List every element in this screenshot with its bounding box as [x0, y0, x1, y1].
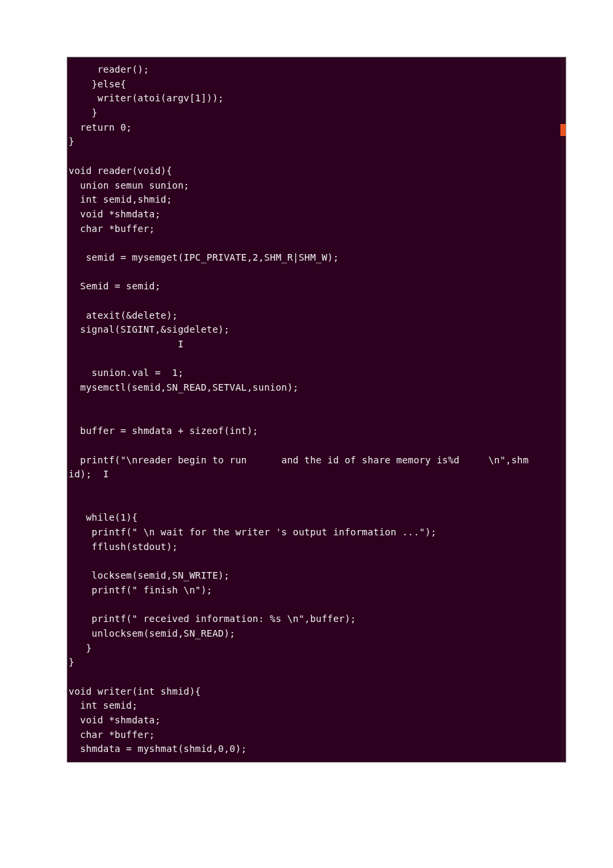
code-line: }: [69, 107, 97, 118]
code-line: int semid;: [69, 700, 138, 711]
code-line: }: [69, 657, 75, 667]
code-line: }else{: [69, 79, 126, 89]
code-line: reader();: [69, 64, 149, 75]
code-line: char *buffer;: [69, 729, 155, 740]
code-line: sunion.val = 1;: [69, 367, 184, 378]
code-line: mysemctl(semid,SN_READ,SETVAL,sunion);: [69, 382, 299, 393]
code-line: void writer(int shmid){: [69, 686, 201, 697]
code-line: atexit(&delete);: [69, 310, 178, 321]
code-line: char *buffer;: [69, 223, 155, 234]
code-line: void *shmdata;: [69, 715, 161, 725]
code-editor-content[interactable]: reader(); }else{ writer(atoi(argv[1])); …: [67, 57, 566, 762]
code-line: printf("\nreader begin to run and the id…: [69, 455, 528, 465]
code-line: void *shmdata;: [69, 209, 161, 219]
scrollbar-track[interactable]: [560, 57, 566, 762]
code-line: void reader(void){: [69, 165, 172, 176]
code-line: return 0;: [69, 122, 132, 133]
scrollbar-thumb[interactable]: [560, 124, 566, 136]
code-line: printf(" received information: %s \n",bu…: [69, 613, 356, 624]
code-line: Semid = semid;: [69, 281, 161, 291]
code-line: shmdata = myshmat(shmid,0,0);: [69, 743, 247, 754]
code-line: union semun sunion;: [69, 180, 189, 191]
code-line: unlocksem(semid,SN_READ);: [69, 628, 235, 639]
code-line: locksem(semid,SN_WRITE);: [69, 570, 230, 581]
code-line: buffer = shmdata + sizeof(int);: [69, 425, 259, 436]
code-line: int semid,shmid;: [69, 194, 172, 205]
code-line: fflush(stdout);: [69, 541, 178, 552]
code-line: printf(" \n wait for the writer 's outpu…: [69, 527, 436, 537]
code-line: printf(" finish \n");: [69, 585, 213, 595]
code-line: semid = mysemget(IPC_PRIVATE,2,SHM_R|SHM…: [69, 252, 339, 263]
code-line: writer(atoi(argv[1]));: [69, 93, 224, 103]
terminal-window: reader(); }else{ writer(atoi(argv[1])); …: [67, 57, 566, 763]
code-line: }: [69, 643, 92, 653]
code-line: id); I: [69, 469, 109, 479]
code-line: while(1){: [69, 512, 138, 523]
code-line: I: [69, 339, 184, 349]
code-line: }: [69, 136, 75, 147]
code-line: signal(SIGINT,&sigdelete);: [69, 324, 230, 335]
